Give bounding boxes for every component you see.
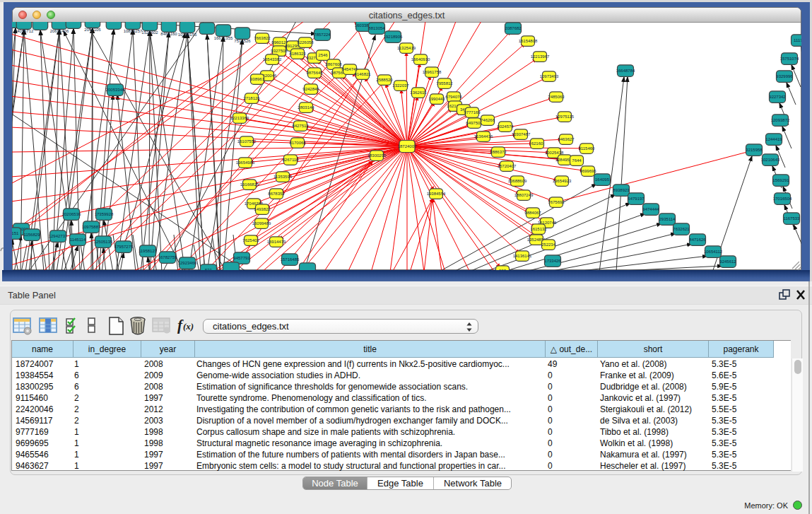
svg-text:16961758: 16961758 [423, 70, 442, 74]
svg-text:18724007: 18724007 [398, 144, 417, 148]
svg-text:19654985: 19654985 [236, 160, 255, 165]
svg-text:6794074: 6794074 [445, 95, 462, 99]
svg-text:9463627: 9463627 [558, 137, 575, 141]
svg-text:164095: 164095 [595, 177, 610, 182]
svg-text:10688609: 10688609 [508, 179, 527, 183]
svg-text:1362615: 1362615 [410, 90, 427, 95]
svg-text:18300295: 18300295 [367, 153, 387, 158]
svg-text:2087682: 2087682 [505, 26, 522, 30]
svg-text:1990443: 1990443 [428, 97, 445, 101]
svg-text:12213967: 12213967 [531, 54, 550, 59]
svg-text:11958127: 11958127 [139, 249, 158, 253]
svg-text:7632621: 7632621 [673, 227, 690, 231]
svg-text:9146821: 9146821 [354, 72, 371, 76]
svg-text:11325419: 11325419 [397, 46, 416, 50]
svg-text:1322037: 1322037 [392, 83, 409, 88]
svg-text:8427512: 8427512 [292, 124, 309, 128]
svg-text:10654112: 10654112 [704, 250, 723, 254]
svg-text:7663822: 7663822 [254, 36, 271, 40]
svg-text:12093872: 12093872 [771, 118, 790, 122]
svg-text:2803144: 2803144 [298, 105, 314, 110]
svg-text:12975115: 12975115 [555, 115, 575, 119]
svg-text:1244419: 1244419 [765, 137, 782, 141]
svg-text:1569291: 1569291 [772, 178, 789, 182]
svg-text:7625402: 7625402 [242, 238, 259, 243]
svg-text:983: 983 [499, 269, 507, 270]
svg-text:7675692: 7675692 [548, 200, 565, 204]
svg-text:16099489: 16099489 [252, 221, 271, 226]
svg-text:531: 531 [205, 268, 213, 270]
svg-text:14055712: 14055712 [15, 29, 34, 33]
svg-text:9242845: 9242845 [302, 87, 319, 91]
svg-text:1145114: 1145114 [70, 238, 86, 242]
svg-text:20206536: 20206536 [62, 212, 81, 216]
svg-text:15751074: 15751074 [780, 57, 799, 61]
svg-text:16648784: 16648784 [616, 69, 635, 73]
svg-text:252234: 252234 [541, 243, 556, 247]
svg-text:6479197: 6479197 [628, 197, 645, 201]
svg-text:9884067: 9884067 [524, 211, 541, 215]
svg-text:1493822: 1493822 [254, 207, 271, 211]
svg-text:19384554: 19384554 [427, 192, 446, 196]
svg-text:12923466: 12923466 [178, 261, 197, 265]
svg-text:8466160: 8466160 [160, 32, 177, 36]
svg-text:12213369: 12213369 [230, 116, 249, 120]
svg-text:2886372: 2886372 [490, 150, 507, 154]
svg-text:9457791: 9457791 [233, 256, 250, 260]
svg-text:11172: 11172 [794, 38, 801, 42]
svg-text:15720407: 15720407 [498, 164, 517, 168]
svg-text:938961: 938961 [250, 77, 265, 81]
svg-text:9227342: 9227342 [769, 95, 786, 99]
svg-text:20691406: 20691406 [50, 29, 69, 33]
svg-text:9115460: 9115460 [579, 146, 596, 151]
svg-text:8226058: 8226058 [297, 40, 314, 45]
svg-text:1167533: 1167533 [784, 216, 801, 221]
svg-text:16154808: 16154808 [519, 39, 538, 43]
svg-text:8813054: 8813054 [368, 26, 385, 30]
svg-text:8678352: 8678352 [268, 192, 285, 196]
svg-text:17016504: 17016504 [773, 197, 792, 201]
svg-text:17957275: 17957275 [114, 245, 134, 249]
svg-text:20053346: 20053346 [106, 88, 125, 92]
svg-text:9875645: 9875645 [306, 71, 323, 75]
svg-text:(x): (x) [183, 321, 194, 332]
svg-text:9329996: 9329996 [776, 74, 793, 78]
svg-text:12942737: 12942737 [49, 234, 68, 238]
svg-text:15716485: 15716485 [281, 257, 300, 262]
svg-text:8186323: 8186323 [289, 52, 306, 56]
svg-text:10307487: 10307487 [512, 132, 531, 136]
svg-text:39151: 39151 [12, 231, 19, 235]
svg-text:12505135: 12505135 [94, 240, 113, 244]
svg-text:9245612: 9245612 [719, 259, 736, 264]
svg-text:7644: 7644 [572, 158, 582, 163]
svg-text:2097105: 2097105 [84, 28, 101, 32]
svg-text:10719155: 10719155 [178, 33, 197, 37]
svg-text:7485063: 7485063 [548, 95, 565, 99]
svg-text:1156829: 1156829 [24, 233, 41, 237]
svg-text:8938923: 8938923 [613, 188, 630, 192]
svg-text:62160: 62160 [531, 141, 543, 146]
svg-text:16543382: 16543382 [263, 57, 282, 62]
svg-text:7955812: 7955812 [436, 81, 453, 86]
svg-text:1527602: 1527602 [141, 30, 158, 35]
svg-text:1733426: 1733426 [544, 259, 561, 263]
svg-text:1615132: 1615132 [530, 227, 547, 231]
svg-text:17359928: 17359928 [95, 212, 114, 216]
svg-text:21364436: 21364436 [474, 134, 493, 139]
svg-text:16914479: 16914479 [267, 240, 286, 244]
svg-text:3215958: 3215958 [746, 148, 763, 152]
svg-text:11353594: 11353594 [273, 175, 293, 179]
svg-text:2588520: 2588520 [376, 78, 393, 82]
svg-text:2935114: 2935114 [659, 217, 676, 221]
svg-text:19166825: 19166825 [240, 182, 259, 187]
svg-text:2546: 2546 [318, 53, 328, 57]
svg-text:14136141: 14136141 [513, 254, 532, 258]
svg-text:8471626: 8471626 [689, 238, 706, 242]
svg-text:16671355: 16671355 [214, 36, 233, 40]
svg-text:10973493: 10973493 [540, 74, 559, 78]
svg-text:9777169: 9777169 [464, 110, 481, 115]
svg-text:13654923: 13654923 [553, 179, 572, 183]
svg-text:7515526: 7515526 [234, 39, 251, 43]
svg-text:10210643: 10210643 [761, 158, 780, 162]
svg-text:16107552: 16107552 [237, 139, 257, 144]
